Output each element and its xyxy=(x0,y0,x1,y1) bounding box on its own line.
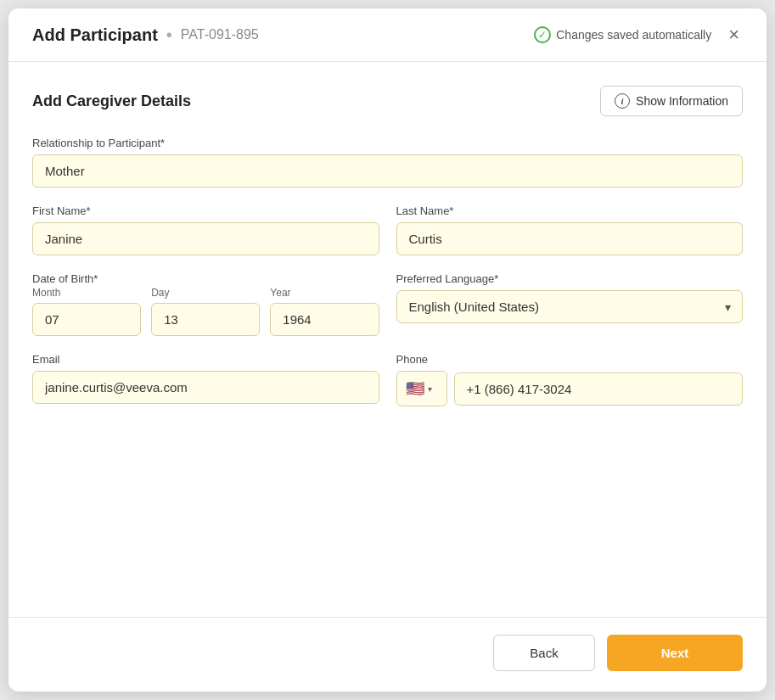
modal-title: Add Participant xyxy=(32,25,158,45)
section-header: Add Caregiver Details i Show Information xyxy=(32,86,743,116)
relationship-group: Relationship to Participant* xyxy=(32,137,743,188)
phone-group: Phone 🇺🇸 ▾ xyxy=(396,353,744,406)
patient-id: PAT-091-895 xyxy=(181,27,259,42)
month-group: Month xyxy=(32,287,141,336)
modal-header: Add Participant • PAT-091-895 ✓ Changes … xyxy=(8,8,767,62)
day-label: Day xyxy=(151,287,260,299)
dob-section: Date of Birth* Month Day Year xyxy=(32,272,379,336)
close-button[interactable]: × xyxy=(725,24,743,46)
saved-status-text: Changes saved automatically xyxy=(556,28,711,42)
preferred-lang-group: Preferred Language* English (United Stat… xyxy=(396,272,744,336)
dob-lang-row: Date of Birth* Month Day Year xyxy=(32,272,743,336)
dob-fields: Month Day Year xyxy=(32,287,379,336)
relationship-label: Relationship to Participant* xyxy=(32,137,743,149)
first-name-label: First Name* xyxy=(32,204,379,217)
section-title: Add Caregiver Details xyxy=(32,92,191,110)
month-label: Month xyxy=(32,287,141,299)
name-row: First Name* Last Name* xyxy=(32,204,743,255)
check-icon: ✓ xyxy=(534,26,551,43)
flag-emoji: 🇺🇸 xyxy=(406,379,424,398)
country-flag-select[interactable]: 🇺🇸 ▾ xyxy=(396,371,447,406)
modal-body: Add Caregiver Details i Show Information… xyxy=(8,62,767,583)
email-label: Email xyxy=(32,353,379,366)
title-group: Add Participant • PAT-091-895 xyxy=(32,25,259,45)
show-info-label: Show Information xyxy=(636,94,728,108)
header-right: ✓ Changes saved automatically × xyxy=(534,24,743,46)
next-button[interactable]: Next xyxy=(607,635,743,671)
email-phone-row: Email Phone 🇺🇸 ▾ xyxy=(32,353,743,406)
info-icon: i xyxy=(615,93,630,109)
year-group: Year xyxy=(270,287,379,336)
email-group: Email xyxy=(32,353,379,406)
email-input[interactable] xyxy=(32,371,379,404)
phone-input[interactable] xyxy=(454,372,744,406)
saved-status: ✓ Changes saved automatically xyxy=(534,26,711,43)
year-input[interactable] xyxy=(270,303,379,336)
day-input[interactable] xyxy=(151,303,260,336)
first-name-input[interactable] xyxy=(32,222,379,255)
day-group: Day xyxy=(151,287,260,336)
flag-chevron-icon: ▾ xyxy=(428,384,432,394)
pref-lang-label: Preferred Language* xyxy=(396,272,744,285)
month-input[interactable] xyxy=(32,303,141,336)
lang-select-wrapper: English (United States) ▾ xyxy=(396,290,744,323)
relationship-input[interactable] xyxy=(32,154,743,188)
year-label: Year xyxy=(270,287,379,299)
title-separator: • xyxy=(166,25,172,45)
last-name-input[interactable] xyxy=(396,222,744,255)
preferred-language-select[interactable]: English (United States) xyxy=(396,290,744,323)
phone-row: 🇺🇸 ▾ xyxy=(396,371,744,406)
phone-label: Phone xyxy=(396,353,744,366)
dob-label: Date of Birth* xyxy=(32,272,379,285)
show-information-button[interactable]: i Show Information xyxy=(600,86,743,116)
last-name-label: Last Name* xyxy=(396,204,744,217)
modal-footer: Back Next xyxy=(8,617,767,692)
add-participant-modal: Add Participant • PAT-091-895 ✓ Changes … xyxy=(8,8,767,692)
first-name-group: First Name* xyxy=(32,204,379,255)
back-button[interactable]: Back xyxy=(493,635,595,671)
last-name-group: Last Name* xyxy=(396,204,744,255)
